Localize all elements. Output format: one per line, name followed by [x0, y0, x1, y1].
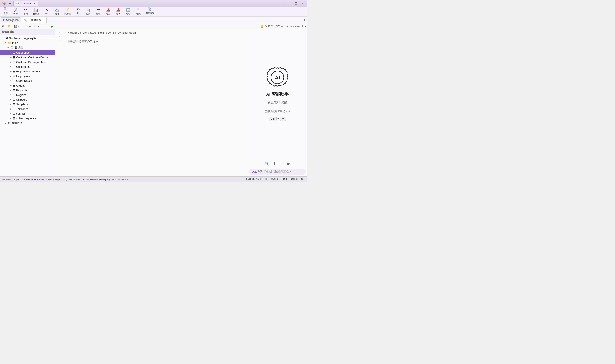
model-button[interactable]: 🗃 模型: [94, 8, 102, 16]
ai-run-button[interactable]: ▶: [287, 161, 291, 167]
tree-node-employees[interactable]: ▶ ⊞ Employees: [0, 74, 55, 78]
wrap-button[interactable]: ⤶: [28, 24, 33, 28]
other-icon: ⚙: [77, 7, 80, 11]
ai-subtitle: 发现您的AI潜能: [268, 101, 287, 104]
beautify-button[interactable]: ≡: [23, 24, 27, 28]
save-button[interactable]: 💾 ▾: [13, 24, 21, 28]
run-button[interactable]: ▶: [50, 24, 55, 29]
schema-label: 架构: [24, 13, 28, 15]
tree-node-datatables[interactable]: ▼ 📋 数据表: [0, 45, 55, 50]
line-content-1: -- Kangaroo Database Tool 6.0 is coming …: [63, 31, 136, 35]
orders-table-icon: ⊞: [13, 84, 15, 87]
orders-chevron-icon: ▶: [9, 84, 12, 87]
trigger-button[interactable]: ⚡ 触发器: [63, 7, 72, 16]
ai-search-button[interactable]: 🔍: [264, 161, 270, 167]
tree-node-conflict[interactable]: ▶ ⊞ conflict: [0, 111, 55, 116]
ai-shortcut-label: 使用快捷键发送提示语: [265, 110, 290, 113]
schema-tab-categories[interactable]: ⊞ Categories: [1, 17, 21, 22]
other-button[interactable]: ⚙ 其它 ▾: [74, 6, 82, 17]
trigger-group: ⚡ 触发器: [62, 7, 73, 16]
tree-node-dataview[interactable]: ▶ 👁 数据视图: [0, 121, 55, 126]
code-editor[interactable]: 1 -- Kangaroo Database Tool 6.0 is comin…: [55, 29, 247, 176]
tree-node-customercustomerdemo[interactable]: ▶ ⊞ CustomerCustomerDemo: [0, 55, 55, 60]
open-file-button[interactable]: 📂: [6, 24, 12, 28]
tree-node-products[interactable]: ▶ ⊞ Products: [0, 88, 55, 92]
conflict-table-icon: ⊞: [13, 112, 15, 115]
query-tab-close-button[interactable]: ✕: [42, 19, 44, 22]
datatransfer-button[interactable]: 📡 数据传输 ▾: [145, 6, 156, 17]
conflict-chevron-icon: ▶: [9, 113, 12, 115]
app-icon: 🦘: [2, 1, 6, 6]
view-button[interactable]: 👁 视图: [43, 8, 51, 16]
import-group: 📥 导入: [114, 7, 123, 16]
maximize-button[interactable]: ❐: [293, 1, 299, 6]
tab-dropdown-button[interactable]: ▼: [302, 18, 307, 22]
index-button[interactable]: 📇 索引: [53, 7, 61, 16]
index-label: 索引: [55, 13, 59, 15]
tab-icon: 📝: [16, 2, 19, 5]
search-label: 搜索: [13, 13, 18, 15]
tree-node-customers[interactable]: ▶ ⊞ Customers: [0, 64, 55, 69]
import-icon: 📥: [116, 8, 120, 12]
svg-text:AI: AI: [275, 74, 280, 81]
root-label: Northwind_large.sqlite: [9, 37, 37, 40]
log-icon: 📋: [86, 8, 90, 12]
search-button[interactable]: 🔎 搜索: [12, 7, 19, 16]
tree-node-suppliers[interactable]: ▶ ⊞ Suppliers: [0, 102, 55, 106]
tree-node-shippers[interactable]: ▶ ⊞ Shippers: [0, 97, 55, 102]
shippers-chevron-icon: ▶: [9, 98, 12, 101]
enter-key-badge: ↵: [280, 117, 286, 121]
tree-node-sqlite-sequence[interactable]: ▶ ⊞ sqlite_sequence: [0, 116, 55, 121]
query-label: 查询: [3, 12, 8, 14]
schema-button[interactable]: 🏗 架构: [22, 8, 29, 16]
active-tab[interactable]: 📝 Northwind ✕: [13, 1, 38, 6]
ai-share-button[interactable]: ↗: [280, 161, 284, 167]
new-tab-button[interactable]: +: [8, 1, 12, 6]
tree-node-employeeterritories[interactable]: ▶ ⊞ EmployeeTerritories: [0, 69, 55, 74]
import-button[interactable]: 📥 导入: [115, 7, 122, 16]
regions-chevron-icon: ▶: [9, 94, 12, 96]
ai-download-button[interactable]: ⬇: [272, 161, 277, 167]
file-button[interactable]: 📄 文档: [134, 7, 142, 16]
query-group: 🔍 查询 ▾: [1, 6, 11, 17]
log-button[interactable]: 📋 日志: [84, 7, 92, 16]
tree-node-orders[interactable]: ▶ ⊞ Orders: [0, 83, 55, 88]
ai-input-placeholder: SQL 标准支持哪些关键特性？: [258, 170, 292, 173]
export-label: 导出: [106, 13, 110, 15]
minimize-button[interactable]: —: [286, 1, 293, 6]
tree-node-orderdetails[interactable]: ▶ ⊞ Order Details: [0, 78, 55, 83]
main-content: 数据库对象 ▼ 🗄 Northwind_large.sqlite ▼ 📁 mai…: [0, 29, 308, 176]
tab-close-button[interactable]: ✕: [33, 2, 36, 5]
seq-label: sqlite_sequence: [16, 117, 36, 120]
tree-node-root[interactable]: ▼ 🗄 Northwind_large.sqlite: [0, 36, 55, 40]
tree-node-customerdemographics[interactable]: ▶ ⊞ CustomerDemographics: [0, 60, 55, 64]
close-button[interactable]: ✕: [300, 1, 306, 6]
create-table-button[interactable]: ⊞: [1, 24, 6, 28]
align-button[interactable]: ≡ ▾: [41, 24, 47, 28]
ai-logo-badge: AI: [267, 67, 288, 88]
menu-button[interactable]: ≡: [281, 1, 286, 6]
import-label: 导入: [116, 13, 120, 15]
export-button[interactable]: 📤 导出: [105, 7, 112, 16]
ai-model-dropdown-button[interactable]: ▼: [304, 25, 307, 28]
query-button[interactable]: 🔍 查询 ▾: [2, 6, 9, 17]
tree-node-regions[interactable]: ▶ ⊞ Regions: [0, 92, 55, 97]
employees-label: Employees: [16, 75, 30, 78]
datatables-button[interactable]: 📊 数据表: [32, 7, 41, 16]
other-group: ⚙ 其它 ▾: [74, 6, 83, 17]
transfer-button[interactable]: 🔄 转换: [124, 7, 132, 16]
ccd-table-icon: ⊞: [13, 56, 15, 59]
tree-node-categories[interactable]: ▶ ⊞ Categories: [0, 50, 55, 55]
model-icon: 🗃: [97, 8, 100, 12]
log-group: 📋 日志: [84, 7, 93, 16]
line-num-1: 1: [55, 31, 63, 34]
datatransfer-group: 📡 数据传输 ▾: [144, 6, 157, 17]
separator-2: [48, 25, 48, 28]
status-spaces: 空格: 4: [271, 178, 278, 181]
od-label: Order Details: [16, 79, 33, 82]
other-label: 其它: [76, 12, 80, 14]
query-tab-new[interactable]: 🔍 ● 新建查询 ✕: [22, 17, 47, 23]
comment-button[interactable]: ✂ ▾: [33, 24, 40, 28]
tree-node-main[interactable]: ▼ 📁 main: [0, 40, 55, 45]
tree-node-territories[interactable]: ▶ ⊞ Territories: [0, 106, 55, 111]
